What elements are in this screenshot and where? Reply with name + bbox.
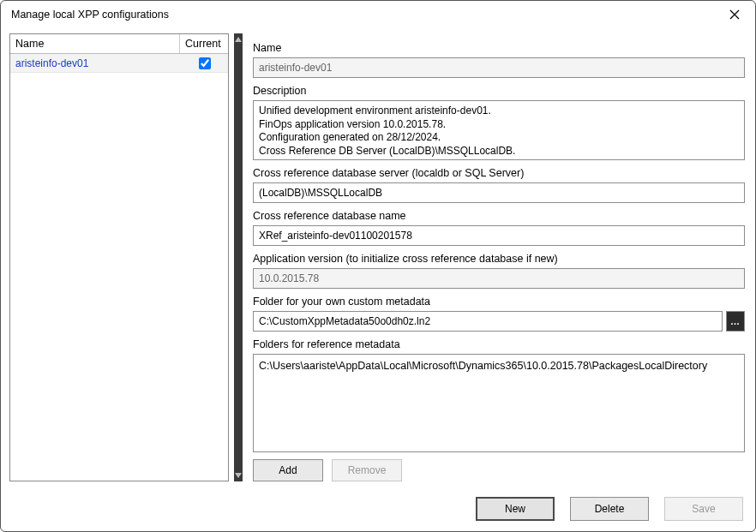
app-version-input[interactable] <box>253 268 745 289</box>
description-textarea[interactable] <box>254 101 744 159</box>
row-name[interactable]: aristeinfo-dev01 <box>10 56 180 71</box>
new-button[interactable]: New <box>476 497 555 521</box>
xref-server-input[interactable] <box>253 182 745 203</box>
add-button[interactable]: Add <box>253 459 323 481</box>
table-header: Name Current <box>10 34 228 54</box>
details-panel: Name Description Cross reference databas… <box>248 33 747 481</box>
list-item[interactable]: C:\Users\aariste\AppData\Local\Microsoft… <box>259 360 739 372</box>
name-label: Name <box>253 42 745 54</box>
xref-server-label: Cross reference database server (localdb… <box>253 167 745 179</box>
xref-db-input[interactable] <box>253 225 745 246</box>
close-icon[interactable] <box>723 4 747 25</box>
remove-button[interactable]: Remove <box>332 459 402 481</box>
column-current[interactable]: Current <box>180 34 228 53</box>
description-label: Description <box>253 85 745 97</box>
custom-folder-label: Folder for your own custom metadata <box>253 296 745 308</box>
column-name[interactable]: Name <box>10 34 180 53</box>
ref-folders-listbox[interactable]: C:\Users\aariste\AppData\Local\Microsoft… <box>253 354 745 452</box>
row-current-cell <box>180 55 228 72</box>
table-rows: aristeinfo-dev01 <box>10 54 228 481</box>
window-title: Manage local XPP configurations <box>11 9 723 21</box>
current-checkbox[interactable] <box>199 57 211 69</box>
custom-folder-input[interactable] <box>253 311 723 332</box>
browse-button[interactable]: … <box>726 311 745 332</box>
dialog-body: Name Current aristeinfo-dev01 Name Descr… <box>1 28 755 490</box>
save-button[interactable]: Save <box>664 497 743 521</box>
table-row[interactable]: aristeinfo-dev01 <box>10 54 228 73</box>
dialog-window: Manage local XPP configurations Name Cur… <box>0 0 756 532</box>
description-wrap <box>253 100 745 160</box>
dialog-footer: New Delete Save <box>1 490 755 531</box>
app-version-label: Application version (to initialize cross… <box>253 253 745 265</box>
name-input[interactable] <box>253 57 745 78</box>
vertical-splitter[interactable] <box>234 33 243 481</box>
delete-button[interactable]: Delete <box>570 497 649 521</box>
ref-folders-label: Folders for reference metadata <box>253 338 745 350</box>
titlebar: Manage local XPP configurations <box>1 1 755 28</box>
xref-db-label: Cross reference database name <box>253 210 745 222</box>
configurations-table: Name Current aristeinfo-dev01 <box>9 33 229 481</box>
